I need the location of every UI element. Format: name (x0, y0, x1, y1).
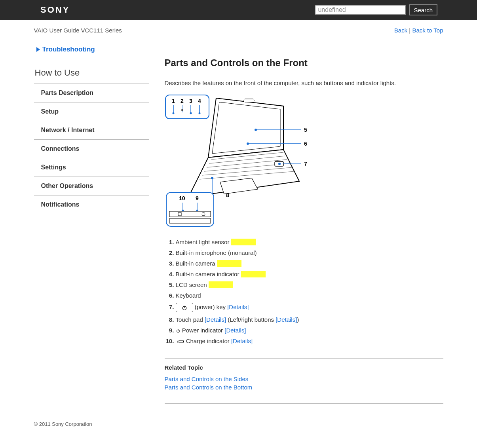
callout-5: 5 (304, 127, 307, 133)
part-8-details-link-a[interactable]: [Details] (205, 316, 226, 323)
callout-9: 9 (196, 195, 199, 201)
svg-point-2 (172, 112, 174, 114)
search-wrap: Search (315, 4, 437, 15)
highlight-4: [Details] (241, 271, 266, 277)
svg-point-22 (255, 129, 257, 131)
svg-point-8 (198, 112, 200, 114)
search-input[interactable] (315, 5, 406, 15)
footer-copyright: © 2011 Sony Corporation (34, 421, 443, 427)
logo-wrap: SONY (32, 1, 78, 19)
intro-text: Describes the features on the front of t… (165, 80, 443, 86)
related-topic-heading: Related Topic (165, 364, 443, 371)
troubleshooting-label: Troubleshooting (42, 46, 95, 53)
nav-parts-description[interactable]: Parts Description (34, 84, 149, 103)
svg-point-28 (211, 177, 213, 179)
page-title: Parts and Controls on the Front (165, 57, 443, 68)
nav-other-operations[interactable]: Other Operations (34, 177, 149, 196)
part-9-details-link[interactable]: [Details] (224, 327, 246, 334)
callout-4: 4 (198, 98, 201, 104)
guide-title: VAIO User Guide VCC111 Series (34, 27, 122, 34)
part-7: (power) key [Details] (176, 301, 443, 314)
separator-line (165, 358, 443, 359)
svg-marker-42 (177, 340, 178, 343)
part-3: Built-in camera [Details] (176, 258, 443, 269)
callout-10: 10 (179, 195, 185, 201)
part-6: Keyboard (176, 290, 443, 301)
howto-heading: How to Use (34, 65, 149, 84)
related-link-sides[interactable]: Parts and Controls on the Sides (165, 375, 443, 383)
search-button[interactable]: Search (409, 4, 437, 15)
part-9: Power indicator [Details] (176, 325, 443, 336)
troubleshooting-link[interactable]: Troubleshooting (34, 46, 149, 53)
callout-6: 6 (304, 140, 307, 147)
part-10-details-link[interactable]: [Details] (231, 338, 253, 344)
svg-rect-34 (169, 211, 211, 217)
parts-list: Ambient light sensor [Details] Built-in … (176, 237, 443, 346)
part-8: Touch pad [Details] (Left/right buttons … (176, 314, 443, 325)
part-2: Built-in microphone (monaural) (176, 247, 443, 258)
callout-7: 7 (304, 161, 307, 167)
part-4: Built-in camera indicator [Details] (176, 269, 443, 279)
arrow-right-icon (36, 47, 40, 52)
svg-rect-11 (244, 99, 254, 102)
svg-rect-43 (179, 340, 183, 343)
svg-rect-35 (169, 218, 211, 223)
power-indicator-icon (176, 328, 181, 333)
callout-8: 8 (226, 192, 229, 198)
highlight-5: [Details] (209, 281, 233, 288)
laptop-diagram-svg: 1 2 3 4 (165, 94, 311, 229)
related-links: Parts and Controls on the Sides Parts an… (165, 375, 443, 391)
back-link[interactable]: Back (394, 27, 407, 34)
nav-network-internet[interactable]: Network / Internet (34, 121, 149, 140)
svg-rect-36 (178, 213, 181, 216)
separator-line-2 (165, 403, 443, 404)
highlight-1: [Details] (231, 239, 256, 245)
nav-setup[interactable]: Setup (34, 103, 149, 121)
nav-connections[interactable]: Connections (34, 140, 149, 158)
part-7-details-link[interactable]: [Details] (227, 304, 249, 310)
top-bar: SONY Search (0, 0, 477, 20)
top-links: Back | Back to Top (394, 27, 443, 34)
svg-point-24 (247, 142, 249, 145)
power-key-icon (176, 303, 193, 312)
laptop-diagram: 1 2 3 4 (165, 94, 311, 229)
part-1: Ambient light sensor [Details] (176, 237, 443, 247)
separator: | (407, 27, 412, 34)
svg-rect-44 (183, 341, 184, 342)
breadcrumb-row: VAIO User Guide VCC111 Series Back | Bac… (34, 20, 443, 46)
sony-logo: SONY (40, 5, 70, 15)
nav-notifications[interactable]: Notifications (34, 196, 149, 214)
back-to-top-link[interactable]: Back to Top (412, 27, 443, 34)
content: Parts and Controls on the Front Describe… (165, 46, 443, 409)
related-link-bottom[interactable]: Parts and Controls on the Bottom (165, 383, 443, 391)
part-5: LCD screen [Details] (176, 279, 443, 290)
svg-marker-10 (212, 102, 280, 154)
svg-point-4 (181, 109, 183, 111)
charge-indicator-icon (176, 339, 184, 344)
part-8-details-link-b[interactable]: [Details] (276, 316, 297, 323)
callout-2: 2 (181, 98, 184, 104)
callout-3: 3 (189, 98, 192, 104)
callout-1: 1 (172, 98, 175, 104)
highlight-3: [Details] (217, 260, 241, 267)
sidebar: Troubleshooting How to Use Parts Descrip… (34, 46, 149, 409)
nav-settings[interactable]: Settings (34, 158, 149, 177)
svg-point-26 (278, 163, 281, 165)
part-10: Charge indicator [Details] (176, 336, 443, 346)
svg-point-6 (190, 112, 192, 114)
